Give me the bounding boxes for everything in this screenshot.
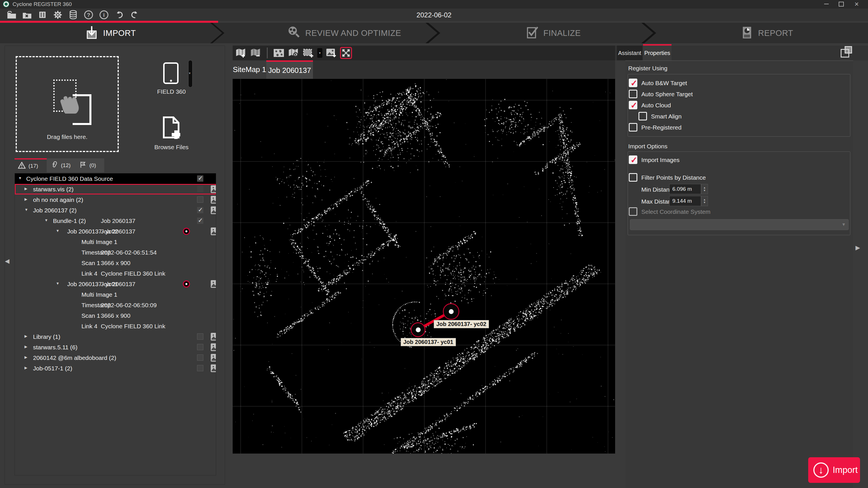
tree-row-checkbox[interactable] [197, 344, 203, 350]
paperclip-icon [51, 161, 58, 170]
sitemap-remove-icon[interactable] [250, 47, 262, 59]
tree-row[interactable]: ▼ Job 2060137- yc02 Job 2060137 [15, 226, 216, 237]
tab-assistant[interactable]: Assistant [617, 45, 643, 60]
image-thumbnail-icon[interactable] [211, 206, 216, 214]
tree-row[interactable]: ▼ Cyclone FIELD 360 Data Source [15, 173, 216, 184]
image-download-icon[interactable] [325, 47, 337, 59]
sitemap-location-icon[interactable] [288, 47, 300, 59]
tree-caret-icon[interactable]: ▶ [25, 365, 27, 370]
tree-row[interactable]: Multi Image 1 [15, 289, 216, 300]
auto-cloud-checkbox[interactable] [629, 101, 637, 109]
tree-row[interactable]: ▶ Job-0517-1 (2) [15, 363, 216, 373]
tree-row[interactable]: ▼ Bundle-1 (2) Job 2060137 [15, 216, 216, 226]
tree-row[interactable]: ▼ Job 2060137 (2) [15, 205, 216, 216]
filter-points-checkbox[interactable] [629, 173, 637, 182]
tree-row[interactable]: ▶ 2060142 @6m albedoboard (2) [15, 353, 216, 363]
image-thumbnail-icon[interactable] [211, 344, 216, 351]
tree-caret-icon[interactable]: ▶ [25, 355, 27, 359]
scan-marker-yc01[interactable] [411, 322, 426, 337]
tab-properties[interactable]: Properties [643, 44, 672, 60]
tree-row[interactable]: ▶ starwars.vis (2) [15, 184, 216, 194]
tool-dropdown-icon[interactable]: ▾ [317, 48, 322, 58]
tree-row-value: 3666 x 900 [101, 312, 130, 319]
tree-row-checkbox[interactable] [197, 218, 203, 224]
tree-row[interactable]: Link 4 Cyclone FIELD 360 Link [15, 268, 216, 279]
magnifier-points-icon [287, 26, 301, 40]
coordinate-system-dropdown[interactable] [630, 219, 849, 230]
tree-row-checkbox[interactable] [197, 175, 203, 182]
tree-caret-icon[interactable]: ▶ [25, 334, 27, 338]
collapse-left-panel-arrow[interactable]: ◀ [5, 258, 9, 264]
tree-caret-icon[interactable]: ▶ [25, 345, 27, 349]
link-visibility-icon[interactable] [340, 47, 352, 59]
browse-files-label[interactable]: Browse Files [146, 144, 197, 151]
image-thumbnail-icon[interactable] [211, 227, 216, 235]
sitemap-add-icon[interactable] [235, 47, 247, 59]
tree-caret-icon[interactable]: ▼ [56, 229, 60, 233]
tab-attachments[interactable]: (12) [47, 158, 75, 172]
tree-row[interactable]: Link 4 Cyclone FIELD 360 Link [15, 321, 216, 331]
tree-row-checkbox[interactable] [197, 196, 203, 203]
pre-registered-checkbox[interactable] [629, 123, 637, 132]
step-import[interactable]: IMPORT [0, 23, 222, 43]
browse-files-icon[interactable] [161, 116, 181, 143]
tree-row-label: Scan 1 [82, 312, 100, 319]
detach-panel-icon[interactable] [841, 46, 852, 58]
min-distance-input[interactable]: 6.096 m [669, 184, 701, 194]
min-distance-stepper[interactable]: ▲▼ [701, 184, 708, 194]
step-report[interactable]: REPORT [644, 23, 868, 43]
select-area-add-icon[interactable] [303, 47, 314, 59]
image-thumbnail-icon[interactable] [211, 196, 216, 203]
image-thumbnail-icon[interactable] [211, 280, 216, 288]
tree-row-checkbox[interactable] [197, 365, 203, 371]
image-thumbnail-icon[interactable] [211, 333, 216, 340]
tree-row[interactable]: ▶ Library (1) [15, 331, 216, 342]
tree-row[interactable]: ▼ Job 2060137- yc01 Job 2060137 [15, 279, 216, 289]
image-thumbnail-icon[interactable] [211, 364, 216, 372]
tree-row[interactable]: Scan 1 3666 x 900 [15, 258, 216, 268]
tree-caret-icon[interactable]: ▶ [25, 197, 27, 201]
tree-row[interactable]: Multi Image 1 [15, 237, 216, 247]
tab-job-2060137[interactable]: Job 2060137 [266, 60, 313, 79]
minimize-button[interactable] [820, 0, 833, 8]
tree-row[interactable]: ▶ oh no not again (2) [15, 194, 216, 205]
auto-sphere-target-checkbox[interactable] [629, 90, 637, 98]
point-cloud-canvas [232, 79, 615, 454]
tab-sitemap-1[interactable]: SiteMap 1 [232, 60, 266, 79]
tab-bundles[interactable]: (0) [75, 158, 102, 172]
field360-device-icon[interactable] [163, 62, 179, 84]
world-map-icon[interactable] [273, 47, 285, 59]
tree-row[interactable]: Scan 1 3666 x 900 [15, 310, 216, 321]
tree-row-checkbox[interactable] [197, 207, 203, 213]
tree-caret-icon[interactable]: ▼ [18, 176, 22, 180]
tree-row-checkbox[interactable] [197, 186, 203, 192]
expand-right-panel-arrow[interactable]: ▶ [856, 244, 860, 251]
tree-caret-icon[interactable]: ▶ [25, 187, 27, 191]
tree-row-checkbox[interactable] [197, 333, 203, 340]
auto-bw-target-checkbox[interactable] [629, 78, 637, 87]
close-button[interactable]: × [850, 0, 863, 8]
maximize-button[interactable] [835, 0, 847, 8]
select-coordinate-system-checkbox[interactable] [629, 207, 637, 216]
scan-marker-yc02[interactable] [443, 303, 459, 320]
tree-row[interactable]: Timestamp 2022-06-02-06:50:09 [15, 300, 216, 310]
image-thumbnail-icon[interactable] [211, 185, 216, 193]
tree-caret-icon[interactable]: ▼ [56, 281, 60, 286]
field360-slider[interactable] [188, 60, 192, 88]
tree-caret-icon[interactable]: ▼ [44, 218, 48, 222]
import-images-checkbox[interactable] [629, 156, 637, 164]
tree-caret-icon[interactable]: ▼ [25, 207, 28, 212]
tree-row-checkbox[interactable] [197, 355, 203, 361]
max-distance-stepper[interactable]: ▲▼ [701, 196, 708, 206]
image-thumbnail-icon[interactable] [211, 354, 216, 362]
step-finalize[interactable]: FINALIZE [428, 23, 653, 43]
drop-zone[interactable]: Drag files here. [16, 56, 119, 152]
smart-align-checkbox[interactable] [639, 112, 647, 121]
step-review-and-optimize[interactable]: REVIEW AND OPTIMIZE [212, 23, 437, 43]
tab-issues[interactable]: (17) [14, 158, 47, 172]
tree-row[interactable]: ▶ starwars.5.11 (6) [15, 342, 216, 353]
tree-row[interactable]: Timestamp 2022-06-02-06:51:54 [15, 247, 216, 258]
import-button[interactable]: ↓ Import [808, 457, 860, 483]
point-cloud-viewport[interactable]: Job 2060137- yc02 Job 2060137- yc01 [232, 79, 615, 454]
max-distance-input[interactable]: 9.144 m [669, 196, 701, 206]
